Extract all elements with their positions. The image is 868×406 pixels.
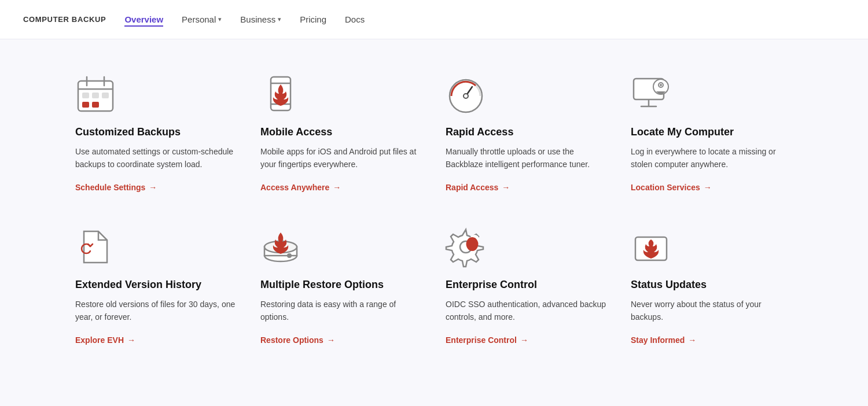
arrow-icon: →: [333, 183, 341, 192]
file-restore-icon: [75, 227, 116, 267]
feature-desc-status-updates: Never worry about the status of your bac…: [631, 298, 793, 324]
chevron-down-icon: ▾: [218, 16, 222, 23]
feature-card-rapid-access: Rapid Access Manually throttle uploads o…: [446, 74, 608, 192]
svg-rect-4: [82, 93, 89, 98]
nav-brand: COMPUTER BACKUP: [23, 15, 106, 24]
envelope-icon: [631, 227, 671, 267]
calendar-icon: [75, 74, 116, 115]
arrow-icon: →: [704, 183, 712, 192]
nav-business[interactable]: Business ▾: [240, 12, 281, 27]
feature-link-rapid-access[interactable]: Rapid Access →: [446, 183, 608, 192]
feature-card-version-history: Extended Version History Restore old ver…: [75, 227, 237, 345]
nav-docs[interactable]: Docs: [345, 12, 365, 27]
feature-card-locate-computer: Locate My Computer Log in everywhere to …: [631, 74, 793, 192]
feature-desc-version-history: Restore old versions of files for 30 day…: [75, 298, 237, 324]
gear-icon: [446, 227, 486, 267]
feature-link-version-history[interactable]: Explore EVH →: [75, 335, 237, 345]
arrow-icon: →: [502, 183, 510, 192]
feature-link-enterprise-control[interactable]: Enterprise Control →: [446, 335, 608, 345]
drive-restore-icon: [260, 227, 301, 267]
svg-point-21: [660, 84, 662, 86]
feature-desc-mobile-access: Mobile apps for iOS and Android put file…: [260, 145, 422, 171]
svg-rect-7: [82, 102, 89, 108]
feature-title-rapid-access: Rapid Access: [446, 126, 608, 138]
nav-overview[interactable]: Overview: [124, 12, 163, 27]
feature-desc-rapid-access: Manually throttle uploads or use the Bac…: [446, 145, 608, 171]
nav-personal[interactable]: Personal ▾: [182, 12, 222, 27]
feature-link-mobile-access[interactable]: Access Anywhere →: [260, 183, 422, 192]
feature-title-mobile-access: Mobile Access: [260, 126, 422, 138]
nav-pricing[interactable]: Pricing: [300, 12, 326, 27]
speedometer-icon: [446, 74, 486, 115]
feature-desc-enterprise-control: OIDC SSO authentication, advanced backup…: [446, 298, 608, 324]
feature-card-status-updates: Status Updates Never worry about the sta…: [631, 227, 793, 345]
chevron-down-icon: ▾: [278, 16, 281, 23]
arrow-icon: →: [127, 335, 135, 345]
feature-title-status-updates: Status Updates: [631, 279, 793, 291]
navigation: COMPUTER BACKUP Overview Personal ▾ Busi…: [0, 0, 868, 39]
feature-title-restore-options: Multiple Restore Options: [260, 279, 422, 291]
arrow-icon: →: [688, 335, 696, 345]
feature-link-status-updates[interactable]: Stay Informed →: [631, 335, 793, 345]
feature-title-customized-backups: Customized Backups: [75, 126, 237, 138]
feature-title-version-history: Extended Version History: [75, 279, 237, 291]
arrow-icon: →: [149, 183, 157, 192]
svg-point-15: [464, 94, 468, 98]
svg-rect-8: [92, 102, 99, 108]
mobile-icon: [260, 74, 301, 115]
arrow-icon: →: [520, 335, 528, 345]
monitor-location-icon: [631, 74, 671, 115]
svg-rect-5: [92, 93, 99, 98]
feature-link-restore-options[interactable]: Restore Options →: [260, 335, 422, 345]
features-grid: Customized Backups Use automated setting…: [75, 74, 793, 345]
main-content: Customized Backups Use automated setting…: [29, 39, 839, 379]
feature-desc-locate-computer: Log in everywhere to locate a missing or…: [631, 145, 793, 171]
svg-point-25: [287, 253, 292, 258]
feature-card-enterprise-control: Enterprise Control OIDC SSO authenticati…: [446, 227, 608, 345]
feature-card-restore-options: Multiple Restore Options Restoring data …: [260, 227, 422, 345]
feature-card-customized-backups: Customized Backups Use automated setting…: [75, 74, 237, 192]
feature-desc-restore-options: Restoring data is easy with a range of o…: [260, 298, 422, 324]
arrow-icon: →: [327, 335, 335, 345]
feature-title-locate-computer: Locate My Computer: [631, 126, 793, 138]
feature-title-enterprise-control: Enterprise Control: [446, 279, 608, 291]
feature-link-locate-computer[interactable]: Location Services →: [631, 183, 793, 192]
feature-link-customized-backups[interactable]: Schedule Settings →: [75, 183, 237, 192]
svg-rect-6: [102, 93, 109, 98]
feature-card-mobile-access: Mobile Access Mobile apps for iOS and An…: [260, 74, 422, 192]
feature-desc-customized-backups: Use automated settings or custom-schedul…: [75, 145, 237, 171]
